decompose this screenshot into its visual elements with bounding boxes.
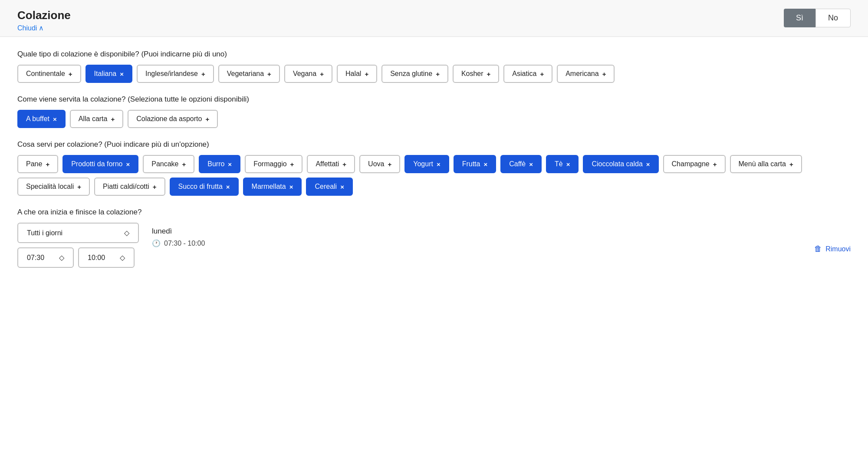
end-time-value: 10:00 (88, 254, 105, 262)
tag-label: Continentale (26, 70, 65, 78)
tag-succo-di-frutta[interactable]: Succo di frutta× (170, 178, 239, 196)
tag-colazione-da-asporto[interactable]: Colazione da asporto+ (128, 110, 218, 128)
tag-t[interactable]: Tè× (546, 155, 579, 173)
question-label-cosa: Cosa servi per colazione? (Puoi indicare… (17, 140, 851, 149)
tag-affettati[interactable]: Affettati+ (307, 155, 355, 173)
question-block-come: Come viene servita la colazione? (Selezi… (17, 95, 851, 128)
tag-toggle-icon: × (437, 161, 441, 168)
tag-toggle-icon: + (602, 70, 606, 78)
tag-label: Halal (345, 70, 361, 78)
si-button[interactable]: Sì (784, 9, 815, 27)
tags-row-cosa: Pane+Prodotti da forno×Pancake+Burro×For… (17, 155, 851, 196)
tag-label: Yogurt (413, 160, 433, 168)
tag-asiatica[interactable]: Asiatica+ (503, 65, 552, 83)
tag-formaggio[interactable]: Formaggio+ (245, 155, 302, 173)
start-time-input[interactable]: 07:30 ◇ (17, 247, 74, 268)
tag-toggle-icon: + (111, 115, 115, 123)
tag-label: Vegana (293, 70, 316, 78)
tag-label: Italiana (94, 70, 117, 78)
tag-label: Caffè (509, 160, 526, 168)
lunedi-label: lunedì (152, 227, 205, 236)
tag-italiana[interactable]: Italiana× (85, 65, 132, 83)
tag-burro[interactable]: Burro× (199, 155, 240, 173)
tag-label: A buffet (26, 115, 49, 123)
tag-alla-carta[interactable]: Alla carta+ (70, 110, 123, 128)
tag-label: Piatti caldi/cotti (103, 183, 149, 191)
tag-cioccolata-calda[interactable]: Cioccolata calda× (583, 155, 658, 173)
tag-label: Succo di frutta (178, 183, 223, 191)
tag-frutta[interactable]: Frutta× (454, 155, 496, 173)
section-header: Colazione Chiudi ∧ Sì No (0, 0, 868, 37)
tag-toggle-icon: × (120, 70, 124, 78)
tag-pancake[interactable]: Pancake+ (143, 155, 194, 173)
tag-toggle-icon: + (69, 70, 72, 78)
end-time-input[interactable]: 10:00 ◇ (78, 247, 135, 268)
tag-champagne[interactable]: Champagne+ (663, 155, 726, 173)
tag-label: Cereali (315, 183, 337, 191)
tag-ingleseirlandese[interactable]: Inglese/irlandese+ (137, 65, 214, 83)
page-container: Colazione Chiudi ∧ Sì No Quale tipo di c… (0, 0, 868, 464)
tag-label: Marmellata (252, 183, 286, 191)
time-row: Tutti i giorni ◇ 07:30 ◇ 10:00 ◇ (17, 223, 851, 268)
time-selector[interactable]: Tutti i giorni ◇ (17, 223, 139, 243)
tag-toggle-icon: × (646, 161, 650, 168)
tag-toggle-icon: + (290, 161, 294, 168)
tag-senza-glutine[interactable]: Senza glutine+ (381, 65, 448, 83)
tag-halal[interactable]: Halal+ (337, 65, 377, 83)
time-range-display: 07:30 - 10:00 (164, 240, 205, 247)
no-button[interactable]: No (815, 9, 851, 27)
time-question: A che ora inizia e finisce la colazione? (17, 208, 851, 217)
tag-cereali[interactable]: Cereali× (306, 178, 352, 196)
tag-marmellata[interactable]: Marmellata× (243, 178, 302, 196)
tag-label: Specialità locali (26, 183, 74, 191)
end-time-chevron-icon: ◇ (120, 253, 125, 262)
tag-toggle-icon: + (182, 161, 186, 168)
tag-kosher[interactable]: Kosher+ (453, 65, 499, 83)
tag-label: Inglese/irlandese (145, 70, 198, 78)
time-display: 🕐 07:30 - 10:00 (152, 239, 205, 247)
si-no-group: Sì No (784, 9, 851, 27)
tag-men-alla-carta[interactable]: Menù alla carta+ (730, 155, 802, 173)
tag-toggle-icon: × (529, 161, 533, 168)
tag-toggle-icon: × (53, 115, 57, 123)
tag-vegana[interactable]: Vegana+ (284, 65, 332, 83)
tag-vegetariana[interactable]: Vegetariana+ (218, 65, 280, 83)
tag-toggle-icon: + (789, 161, 793, 168)
tag-label: Frutta (462, 160, 480, 168)
tag-label: Affettati (316, 160, 339, 168)
time-section: A che ora inizia e finisce la colazione?… (17, 208, 851, 268)
tag-label: Kosher (461, 70, 483, 78)
tag-piatti-caldicotti[interactable]: Piatti caldi/cotti+ (94, 178, 165, 196)
section-title: Colazione (17, 9, 71, 22)
tag-label: Prodotti da forno (71, 160, 122, 168)
tag-toggle-icon: + (153, 183, 157, 191)
tag-toggle-icon: + (46, 161, 49, 168)
tag-uova[interactable]: Uova+ (359, 155, 400, 173)
tag-toggle-icon: + (267, 70, 271, 78)
tag-toggle-icon: + (540, 70, 544, 78)
remove-label: Rimuovi (825, 245, 851, 253)
tag-specialit-locali[interactable]: Specialità locali+ (17, 178, 90, 196)
tag-prodotti-da-forno[interactable]: Prodotti da forno× (62, 155, 138, 173)
tag-yogurt[interactable]: Yogurt× (404, 155, 449, 173)
time-right: lunedì 🕐 07:30 - 10:00 (152, 223, 205, 247)
tag-label: Senza glutine (390, 70, 432, 78)
tag-toggle-icon: + (388, 161, 391, 168)
tag-continentale[interactable]: Continentale+ (17, 65, 81, 83)
chiudi-link[interactable]: Chiudi ∧ (17, 24, 71, 32)
tag-label: Asiatica (512, 70, 536, 78)
tag-label: Menù alla carta (739, 160, 786, 168)
tag-toggle-icon: + (205, 115, 209, 123)
time-inputs: 07:30 ◇ 10:00 ◇ (17, 247, 139, 268)
chevron-up-icon: ∧ (39, 24, 44, 32)
tag-pane[interactable]: Pane+ (17, 155, 58, 173)
tag-caff[interactable]: Caffè× (500, 155, 542, 173)
remove-button[interactable]: 🗑 Rimuovi (814, 223, 851, 253)
tag-americana[interactable]: Americana+ (557, 65, 615, 83)
tag-a-buffet[interactable]: A buffet× (17, 110, 66, 128)
tag-label: Burro (207, 160, 224, 168)
question-label-come: Come viene servita la colazione? (Selezi… (17, 95, 851, 104)
tag-toggle-icon: + (487, 70, 491, 78)
clock-icon: 🕐 (152, 239, 161, 247)
tag-toggle-icon: + (713, 161, 717, 168)
